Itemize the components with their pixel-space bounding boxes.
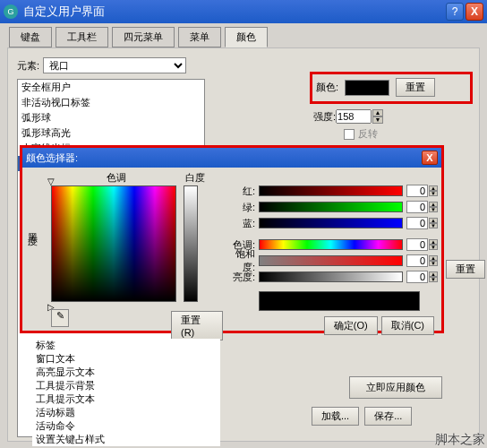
color-picker-dialog: 颇色选择器: X 色调 白度 黑 度 ▽ ▷ ✎ 重置(R) 红:0▲▼绿:0▲… bbox=[20, 145, 444, 333]
window-titlebar: G 自定义用户界面 ? X bbox=[0, 0, 487, 23]
picker-close-button[interactable]: X bbox=[422, 151, 438, 165]
slider-row: 绿:0▲▼ bbox=[223, 200, 438, 214]
slider-track[interactable] bbox=[259, 185, 403, 196]
save-button[interactable]: 保存... bbox=[364, 407, 412, 426]
slider-row: 红:0▲▼ bbox=[223, 184, 438, 198]
picker-cancel-button[interactable]: 取消(C) bbox=[381, 316, 434, 335]
whiteness-bar[interactable] bbox=[184, 185, 198, 302]
reset2-button[interactable]: 重置 bbox=[446, 260, 485, 279]
reset-button[interactable]: 重置 bbox=[396, 78, 435, 97]
slider-row: 色调:0▲▼ bbox=[223, 237, 438, 252]
list-item[interactable]: 弧形球 bbox=[18, 110, 204, 125]
list-item[interactable]: 设置关键占样式 bbox=[32, 433, 220, 446]
apply-now-button[interactable]: 立即应用颜色 bbox=[349, 376, 442, 399]
list-item[interactable]: 弧形球高光 bbox=[18, 125, 204, 141]
slider-value[interactable]: 0 bbox=[406, 254, 428, 267]
hue-gradient[interactable] bbox=[51, 185, 176, 302]
hue-label: 色调 bbox=[107, 171, 126, 185]
load-button[interactable]: 加载... bbox=[312, 407, 359, 426]
list-item[interactable]: 活动命令 bbox=[32, 419, 220, 433]
slider-spinner[interactable]: ▲▼ bbox=[429, 255, 438, 266]
list-item[interactable]: 窗口文本 bbox=[32, 352, 220, 366]
element-label: 元素: bbox=[17, 59, 39, 73]
list-item[interactable]: 高亮显示文本 bbox=[32, 366, 220, 379]
slider-value[interactable]: 0 bbox=[406, 185, 428, 197]
picker-reset-button[interactable]: 重置(R) bbox=[171, 311, 223, 340]
slider-row: 蓝:0▲▼ bbox=[223, 216, 438, 230]
slider-spinner[interactable]: ▲▼ bbox=[429, 239, 438, 250]
tab-bar: 键盘 工具栏 四元菜单 菜单 颜色 bbox=[0, 23, 487, 47]
color-swatch[interactable] bbox=[345, 80, 389, 96]
invert-checkbox[interactable] bbox=[344, 129, 355, 140]
slider-value[interactable]: 0 bbox=[406, 217, 428, 229]
picker-ok-button[interactable]: 确定(O) bbox=[324, 316, 378, 335]
slider-track[interactable] bbox=[259, 239, 403, 250]
list-item[interactable]: 标签 bbox=[32, 339, 220, 352]
tab-toolbar[interactable]: 工具栏 bbox=[56, 27, 108, 47]
list-item[interactable]: 工具提示背景 bbox=[32, 379, 220, 392]
slider-track[interactable] bbox=[259, 271, 403, 282]
slider-value[interactable]: 0 bbox=[406, 238, 428, 251]
slider-track[interactable] bbox=[259, 218, 403, 228]
slider-spinner[interactable]: ▲▼ bbox=[429, 185, 438, 196]
slider-row: 饱和度:0▲▼ bbox=[223, 254, 438, 268]
white-label: 白度 bbox=[185, 171, 205, 185]
slider-track[interactable] bbox=[259, 202, 403, 212]
list-item[interactable]: 活动标题 bbox=[32, 406, 220, 419]
eyedropper-button[interactable]: ✎ bbox=[51, 309, 69, 327]
list-item[interactable]: 非活动视口标签 bbox=[18, 95, 204, 110]
element-select[interactable]: 视口 bbox=[43, 57, 186, 73]
list-item[interactable]: 安全框用户 bbox=[18, 80, 204, 95]
slider-spinner[interactable]: ▲▼ bbox=[429, 202, 438, 212]
intensity-input[interactable] bbox=[336, 109, 372, 124]
black-label: 黑 度 bbox=[26, 225, 39, 228]
picker-left: 色调 白度 黑 度 ▽ ▷ ✎ 重置(R) bbox=[26, 171, 223, 335]
color-label: 颜色: bbox=[316, 82, 338, 92]
invert-row: 反转 bbox=[344, 127, 378, 141]
slider-label: 蓝: bbox=[223, 217, 255, 230]
tab-menu[interactable]: 菜单 bbox=[178, 27, 221, 47]
slider-value[interactable]: 0 bbox=[406, 201, 428, 213]
slider-value[interactable]: 0 bbox=[406, 271, 428, 283]
tab-keyboard[interactable]: 键盘 bbox=[9, 27, 52, 47]
bottom-list[interactable]: 标签 窗口文本 高亮显示文本 工具提示背景 工具提示文本 活动标题 活动命令 设… bbox=[32, 339, 220, 446]
color-preview bbox=[259, 291, 420, 311]
window-title: 自定义用户界面 bbox=[23, 4, 444, 20]
list-item[interactable]: 工具提示文本 bbox=[32, 392, 220, 406]
slider-row: 亮度:0▲▼ bbox=[223, 270, 438, 284]
invert-label: 反转 bbox=[358, 127, 378, 141]
slider-spinner[interactable]: ▲▼ bbox=[429, 218, 438, 228]
color-highlight: 颜色: 重置 bbox=[310, 72, 473, 104]
picker-titlebar: 颇色选择器: X bbox=[22, 148, 441, 168]
close-button[interactable]: X bbox=[466, 3, 483, 21]
slider-spinner[interactable]: ▲▼ bbox=[429, 271, 438, 282]
slider-track[interactable] bbox=[259, 255, 403, 266]
watermark: 脚本之家 bbox=[435, 432, 485, 448]
tab-quadmenu[interactable]: 四元菜单 bbox=[112, 27, 175, 47]
help-button[interactable]: ? bbox=[446, 3, 464, 21]
picker-title: 颇色选择器: bbox=[26, 151, 422, 165]
intensity-row: 强度: ▲▼ bbox=[313, 109, 383, 124]
slider-label: 绿: bbox=[223, 201, 255, 214]
slider-label: 红: bbox=[223, 185, 255, 198]
app-icon: G bbox=[4, 4, 18, 19]
picker-right: 红:0▲▼绿:0▲▼蓝:0▲▼色调:0▲▼饱和度:0▲▼亮度:0▲▼ 确定(O)… bbox=[223, 171, 438, 335]
intensity-spinner[interactable]: ▲▼ bbox=[372, 109, 383, 124]
slider-label: 亮度: bbox=[223, 271, 255, 284]
tab-color[interactable]: 颜色 bbox=[225, 27, 268, 47]
intensity-label: 强度: bbox=[313, 110, 336, 124]
